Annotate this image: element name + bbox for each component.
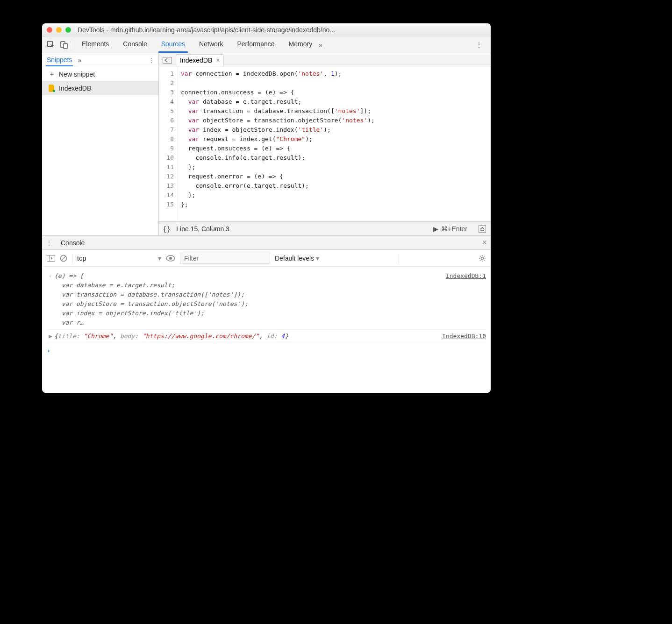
console-toolbar: top ▾ Default levels ▾ [42, 250, 491, 267]
editor-tab[interactable]: IndexedDB × [176, 54, 224, 66]
close-tab-icon[interactable]: × [216, 57, 220, 64]
drawer-kebab-icon[interactable]: ⋮ [46, 239, 57, 247]
expand-caret-icon[interactable]: ‹ [47, 271, 54, 281]
sources-panel: Snippets » ⋮ ＋ New snippet IndexedDB [42, 53, 491, 235]
panel-tab-elements[interactable]: Elements [79, 36, 112, 53]
drawer-close-icon[interactable]: × [482, 238, 487, 248]
svg-line-17 [480, 256, 481, 257]
snippets-tab[interactable]: Snippets [46, 54, 73, 66]
console-text: (e) => { var database = e.target.result;… [54, 271, 446, 327]
snippet-file-icon [49, 85, 55, 92]
svg-line-9 [62, 256, 66, 260]
run-snippet-button[interactable]: ▶ ⌘+Enter [433, 225, 467, 233]
window-minimize-button[interactable] [56, 27, 62, 33]
drawer-tabs: ⋮ Console × [42, 236, 491, 250]
editor-tabs: IndexedDB × [159, 53, 491, 67]
panel-tab-sources[interactable]: Sources [158, 36, 188, 53]
editor-tab-label: IndexedDB [180, 57, 212, 64]
play-icon: ▶ [433, 225, 438, 233]
new-snippet-label: New snippet [59, 71, 95, 78]
svg-line-19 [480, 260, 481, 261]
chevron-down-icon: ▾ [316, 255, 319, 262]
levels-label: Default levels [275, 255, 314, 262]
console-prompt[interactable]: › [47, 343, 486, 355]
console-filter-input[interactable] [180, 253, 270, 264]
snippet-item[interactable]: IndexedDB [42, 81, 158, 95]
window-title: DevTools - mdn.github.io/learning-area/j… [78, 26, 486, 34]
editor-statusbar: { } Line 15, Column 3 ▶ ⌘+Enter [159, 221, 491, 235]
window-close-button[interactable] [47, 27, 52, 33]
panel-tab-console[interactable]: Console [120, 36, 150, 53]
source-link[interactable]: IndexedDB:1 [446, 271, 486, 281]
svg-line-18 [484, 260, 485, 261]
titlebar: DevTools - mdn.github.io/learning-area/j… [42, 23, 491, 36]
svg-line-20 [484, 256, 485, 257]
clear-console-icon[interactable] [60, 255, 67, 262]
editor-pane: IndexedDB × 123456789101112131415 var co… [159, 53, 491, 235]
sidebar-more-tabs-icon[interactable]: » [78, 57, 81, 64]
devtools-window: DevTools - mdn.github.io/learning-area/j… [42, 23, 491, 393]
panel-tab-network[interactable]: Network [196, 36, 226, 53]
settings-kebab-icon[interactable]: ⋮ [472, 41, 486, 49]
chevron-down-icon: ▾ [158, 255, 161, 262]
navigator-toggle-icon[interactable] [163, 57, 172, 64]
prompt-caret-icon: › [47, 346, 50, 355]
context-selector[interactable]: top ▾ [77, 255, 161, 262]
console-sidebar-toggle-icon[interactable] [47, 255, 55, 262]
console-output: ‹ (e) => { var database = e.target.resul… [42, 267, 491, 393]
svg-point-12 [481, 257, 483, 259]
sidebar-kebab-icon[interactable]: ⋮ [148, 57, 155, 64]
pretty-print-icon[interactable]: { } [164, 225, 170, 233]
log-levels-selector[interactable]: Default levels ▾ [275, 255, 319, 262]
source-link[interactable]: IndexedDB:10 [442, 332, 486, 341]
context-label: top [77, 255, 86, 262]
code-editor[interactable]: 123456789101112131415 var connection = i… [159, 67, 491, 221]
expand-caret-icon[interactable]: ▶ [47, 332, 54, 341]
run-hint: ⌘+Enter [441, 225, 467, 233]
console-object[interactable]: {title: "Chrome", body: "https://www.goo… [54, 332, 442, 341]
code-content[interactable]: var connection = indexedDB.open('notes',… [178, 67, 491, 221]
toggle-debugger-icon[interactable] [479, 225, 486, 233]
console-settings-gear-icon[interactable] [479, 255, 486, 262]
sidebar-tabs: Snippets » ⋮ [42, 53, 158, 67]
line-gutter: 123456789101112131415 [159, 67, 178, 221]
console-drawer: ⋮ Console × top ▾ Default levels ▾ [42, 235, 491, 393]
sources-sidebar: Snippets » ⋮ ＋ New snippet IndexedDB [42, 53, 159, 235]
svg-rect-2 [64, 43, 67, 49]
inspect-element-icon[interactable] [47, 41, 55, 49]
live-expression-icon[interactable] [166, 255, 175, 262]
more-tabs-icon[interactable]: » [315, 41, 326, 49]
cursor-position: Line 15, Column 3 [176, 225, 229, 233]
console-tab[interactable]: Console [57, 237, 88, 248]
console-message: ▶ {title: "Chrome", body: "https://www.g… [47, 330, 486, 343]
console-message: ‹ (e) => { var database = e.target.resul… [47, 269, 486, 330]
new-snippet-button[interactable]: ＋ New snippet [42, 67, 158, 81]
snippet-item-label: IndexedDB [59, 85, 91, 92]
window-zoom-button[interactable] [65, 27, 71, 33]
svg-point-11 [169, 257, 172, 260]
panel-toolbar: ElementsConsoleSourcesNetworkPerformance… [42, 36, 491, 53]
device-toolbar-icon[interactable] [60, 41, 68, 49]
panel-tab-performance[interactable]: Performance [234, 36, 277, 53]
plus-icon: ＋ [49, 70, 55, 78]
svg-rect-4 [163, 57, 172, 63]
panel-tab-memory[interactable]: Memory [286, 36, 315, 53]
